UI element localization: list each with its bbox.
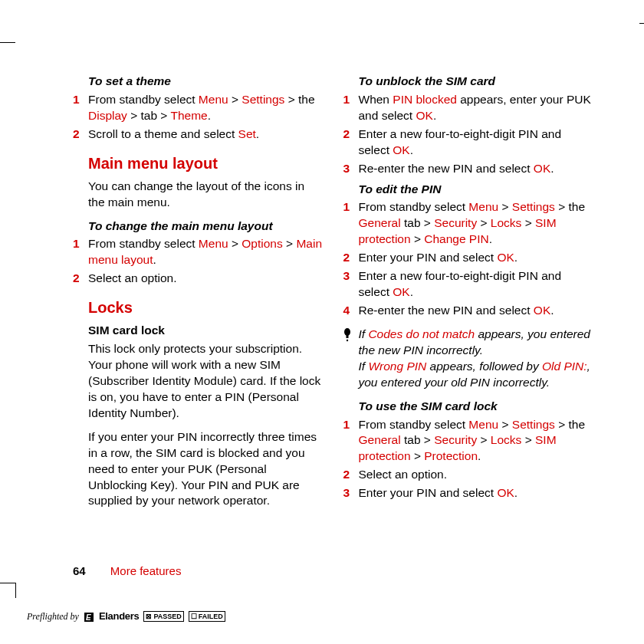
- step-item: 3Enter a new four-to-eight-digit PIN and…: [343, 268, 595, 301]
- step-item: 2Scroll to a theme and select Set.: [73, 127, 324, 143]
- heading-main-menu-layout: Main menu layout: [88, 153, 324, 174]
- step-item: 1From standby select Menu > Options > Ma…: [73, 236, 324, 268]
- section-name: More features: [110, 564, 182, 577]
- steps-unblock: 1When PIN blocked appears, enter your PU…: [343, 92, 595, 177]
- preflight-label: Preflighted by: [27, 610, 79, 623]
- elanders-logo-icon: E: [84, 610, 94, 623]
- heading-locks: Locks: [88, 297, 324, 318]
- step-item: 2Select an option.: [343, 467, 595, 483]
- step-item: 2Select an option.: [73, 271, 324, 287]
- steps-change-layout: 1From standby select Menu > Options > Ma…: [73, 236, 324, 287]
- steps-set-theme: 1From standby select Menu > Settings > t…: [73, 92, 324, 143]
- subhead-use-sim-lock: To use the SIM card lock: [359, 399, 595, 415]
- step-item: 2Enter a new four-to-eight-digit PIN and…: [343, 127, 595, 159]
- steps-edit-pin: 1From standby select Menu > Settings > t…: [343, 199, 595, 318]
- svg-text:E: E: [86, 613, 91, 622]
- subhead-change-layout: To change the main menu layout: [88, 219, 324, 235]
- step-item: 2Enter your PIN and select OK.: [343, 250, 595, 266]
- subhead-set-theme: To set a theme: [88, 74, 324, 90]
- steps-use-lock: 1From standby select Menu > Settings > t…: [343, 417, 595, 502]
- right-column: To unblock the SIM card 1When PIN blocke…: [343, 69, 595, 517]
- subheading-sim-lock: SIM card lock: [88, 323, 324, 339]
- step-item: 3Re-enter the new PIN and select OK.: [343, 161, 595, 177]
- subhead-unblock-sim: To unblock the SIM card: [359, 74, 595, 90]
- svg-point-2: [346, 340, 347, 341]
- step-item: 1From standby select Menu > Settings > t…: [343, 417, 595, 465]
- left-column: To set a theme 1From standby select Menu…: [73, 69, 324, 517]
- step-item: 3Enter your PIN and select OK.: [343, 485, 595, 501]
- step-item: 1When PIN blocked appears, enter your PU…: [343, 92, 595, 124]
- page-number: 64: [73, 564, 86, 577]
- page-content: To set a theme 1From standby select Menu…: [73, 69, 594, 517]
- step-item: 4Re-enter the new PIN and select OK.: [343, 303, 595, 319]
- page-footer: 64 More features: [73, 564, 181, 579]
- preflight-bar: Preflighted by E Elanders ⊠ PASSED ☐ FAI…: [27, 610, 225, 623]
- step-item: 1From standby select Menu > Settings > t…: [73, 92, 324, 124]
- passed-badge: ⊠ PASSED: [143, 611, 183, 622]
- brand-name: Elanders: [99, 610, 140, 623]
- body-text: If you enter your PIN incorrectly three …: [88, 429, 324, 510]
- svg-point-0: [344, 328, 350, 336]
- info-icon: [343, 328, 351, 347]
- body-text: This lock only protects your subscriptio…: [88, 341, 324, 422]
- note-block: If Codes do not match appears, you enter…: [343, 327, 595, 391]
- failed-badge: ☐ FAILED: [189, 611, 225, 622]
- body-text: You can change the layout of the icons i…: [88, 179, 324, 211]
- step-item: 1From standby select Menu > Settings > t…: [343, 199, 595, 248]
- svg-rect-1: [346, 335, 348, 338]
- subhead-edit-pin: To edit the PIN: [359, 182, 595, 198]
